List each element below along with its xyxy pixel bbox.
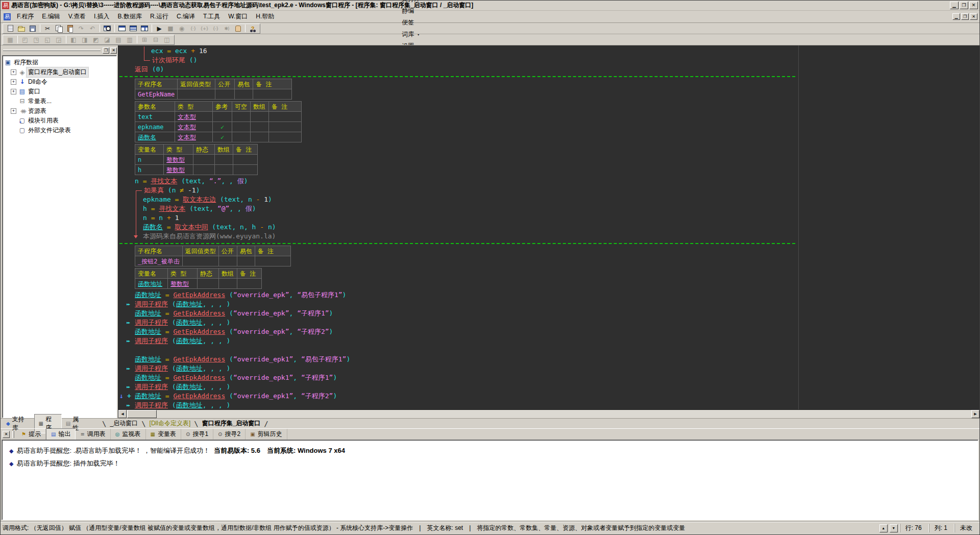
table-cell[interactable] [251,122,269,132]
table-cell[interactable]: 文本型 [175,132,213,142]
code-line[interactable]: 函数地址 = GetEpkAddress (“override_epk1”, “… [118,355,979,364]
bottom-tab-搜寻1[interactable]: ⊙搜寻1 [181,429,213,440]
child-restore-button[interactable]: ❐ [961,13,969,20]
tree-item[interactable]: 程序数据 [4,58,115,67]
maximize-button[interactable]: ❐ [960,2,968,9]
expand-icon[interactable]: + [11,108,16,114]
table-cell[interactable]: epkname [135,122,175,132]
table-row[interactable]: text文本型 [135,112,302,122]
bottom-tab-剪辑历史[interactable]: ▣剪辑历史 [246,429,287,440]
local-variable-table[interactable]: 变量名类 型静态数组备 注函数地址整数型 [135,268,262,289]
table-cell[interactable]: 函数名 [135,132,175,142]
menu-item[interactable]: B.数据库 [114,11,146,21]
panel-float-button[interactable]: ❐ [103,47,109,54]
code-line[interactable]: epkname = 取文本左边 (text, n - 1) [118,195,979,204]
menu-item[interactable]: C.编译 [173,11,199,21]
table-cell[interactable] [218,256,237,266]
code-line[interactable]: ▸▸调用子程序 (函数地址, , , ) [118,364,979,373]
code-line[interactable]: n = 寻找文本 (text, “.”, , 假) [118,177,979,186]
table-cell[interactable] [235,89,253,100]
table-cell[interactable] [233,155,258,165]
panel-close-button[interactable]: ✕ [110,47,117,54]
tree-item[interactable]: 常量表... [4,96,115,106]
bottom-panel-close-button[interactable]: ✕ [3,431,10,438]
code-line[interactable]: ▸▸调用子程序 (函数地址, , , ) [118,401,979,409]
view-form-button[interactable] [139,24,150,33]
view-split-button[interactable] [128,24,139,33]
program-data-tree[interactable]: 程序数据+窗口程序集_启动窗口+Dll命令+窗口常量表...+资源表模块引用表外… [2,55,117,418]
document-tab[interactable]: 窗口程序集_启动窗口 [200,419,263,428]
table-cell[interactable] [255,256,290,266]
table-cell[interactable] [193,155,215,165]
code-line[interactable]: 本源码来自易语言资源网(www.eyuyan.la) [118,232,979,241]
table-cell[interactable] [269,112,302,122]
menu-item[interactable]: F.程序 [13,11,38,21]
code-line[interactable]: ecx = ecx + 16 [118,46,979,56]
find-in-window-button[interactable] [102,24,113,33]
table-cell[interactable]: GetEpkName [135,89,178,100]
table-cell[interactable] [213,112,232,122]
status-down-button[interactable]: ▼ [890,524,898,532]
code-line[interactable]: ↓+函数地址 = GetEpkAddress (“override_epk1”,… [118,392,979,401]
table-cell[interactable]: text [135,112,175,122]
table-cell[interactable] [182,256,218,266]
code-area[interactable]: ecx = ecx + 16计次循环尾 ()返回 (0)子程序名返回值类型公开易… [118,45,979,409]
subroutine-header-table[interactable]: 子程序名返回值类型公开易包备 注GetEpkName [135,79,292,100]
bottom-panel-grip[interactable] [12,431,14,438]
code-line[interactable]: ▸▸调用子程序 (函数地址, , , ) [118,318,979,327]
code-line[interactable]: 函数地址 = GetEpkAddress (“override_epk”, “子… [118,327,979,336]
table-cell[interactable] [193,165,215,175]
table-cell[interactable]: 整数型 [168,279,198,289]
close-button[interactable]: ✕ [969,2,978,9]
h-scroll-thumb[interactable] [127,410,157,418]
table-row[interactable]: _按钮2_被单击 [135,256,291,266]
document-tab[interactable]: _启动窗口 [108,419,140,428]
tree-item[interactable]: +窗口 [4,87,115,96]
menu-item[interactable]: H.帮助 [252,11,278,21]
table-cell[interactable] [215,89,235,100]
menu-item[interactable]: V.查看 [64,11,90,21]
table-cell[interactable]: ✓ [213,122,232,132]
tree-item[interactable]: +窗口程序集_启动窗口 [4,67,115,77]
bottom-tab-调用表[interactable]: ≡调用表 [76,429,110,440]
menu-item[interactable]: E.编辑 [38,11,64,21]
bottom-tab-变量表[interactable]: ▦变量表 [146,429,181,440]
code-line[interactable]: 函数名 = 取文本中间 (text, n, h - n) [118,223,979,232]
table-cell[interactable] [233,165,258,175]
table-cell[interactable]: 整数型 [164,165,193,175]
menu-extra-item[interactable]: 静编 [396,5,426,17]
output-panel[interactable]: ◆易语言助手提醒您: .易语言助手加载完毕！ ，智能编译开启成功！当前易版本: … [2,440,978,520]
panel-drag-grip[interactable] [3,50,101,51]
table-cell[interactable]: _按钮2_被单击 [135,256,183,266]
table-row[interactable]: 函数名文本型✓ [135,132,302,142]
editor-horizontal-scrollbar[interactable]: ◀ ▶ [118,409,979,418]
code-line[interactable]: 函数地址 = GetEpkAddress (“override_epk”, “子… [118,309,979,318]
bottom-tab-搜寻2[interactable]: ⊙搜寻2 [213,429,246,440]
table-cell[interactable] [215,165,233,175]
code-editor[interactable]: ecx = ecx + 16计次循环尾 ()返回 (0)子程序名返回值类型公开易… [118,45,979,418]
menu-item[interactable]: T.工具 [199,11,224,21]
table-cell[interactable] [269,122,302,132]
tree-item[interactable]: +Dll命令 [4,77,115,87]
menu-extra-item[interactable]: 支持库 [396,0,426,5]
menu-item[interactable]: W.窗口 [224,11,252,21]
table-cell[interactable] [269,132,302,142]
view-program-button[interactable] [116,24,128,33]
table-cell[interactable] [178,89,215,100]
code-line[interactable]: 如果真 (n ≠ -1) [118,186,979,195]
bottom-tab-提示[interactable]: ⚑提示 [17,429,46,440]
help-find-button[interactable]: ? [247,24,258,33]
save-button[interactable] [27,24,38,33]
code-line[interactable]: n = n + 1 [118,213,979,223]
tree-item[interactable]: +资源表 [4,106,115,116]
code-line[interactable]: h = 寻找文本 (text, “@”, , 假) [118,204,979,213]
bottom-tab-输出[interactable]: ▤输出 [46,428,76,440]
table-cell[interactable] [251,132,269,142]
child-close-button[interactable]: ✕ [970,13,977,20]
table-row[interactable]: h整数型 [135,165,258,175]
new-file-button[interactable] [5,24,16,33]
table-cell[interactable] [237,256,255,266]
minimize-button[interactable]: ▁ [950,2,959,9]
local-variable-table[interactable]: 变量名类 型静态数组备 注n整数型h整数型 [135,144,258,175]
tree-item[interactable]: 模块引用表 [4,116,115,126]
